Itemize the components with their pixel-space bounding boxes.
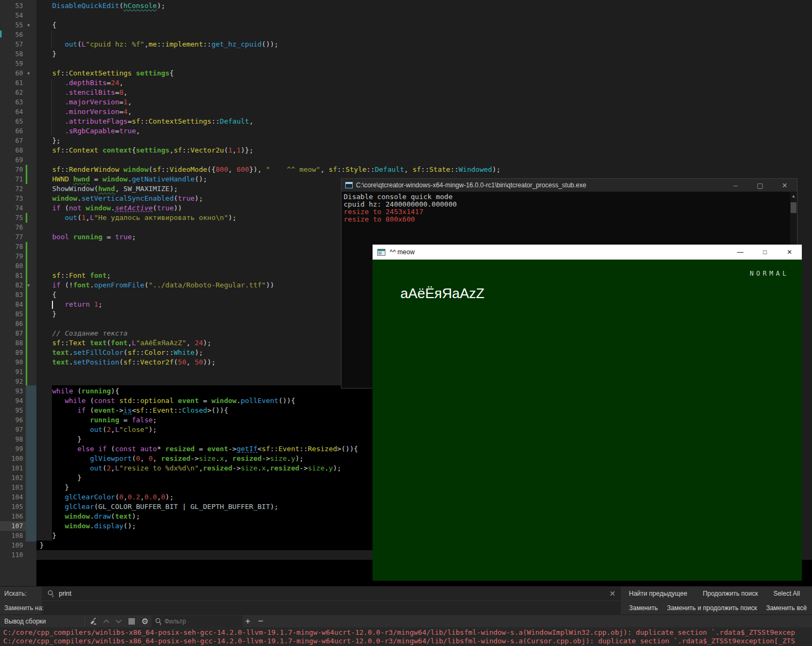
close-icon[interactable]: ✕ — [606, 588, 618, 599]
zoom-in-icon[interactable]: + — [242, 615, 254, 628]
code-line[interactable]: DisableQuickEdit(hConsole); — [36, 1, 812, 11]
minimize-button[interactable]: – — [723, 179, 748, 192]
code-line[interactable]: .minorVersion=4, — [36, 107, 812, 117]
close-button[interactable]: ✕ — [777, 245, 802, 260]
find-action-button[interactable]: Select All — [773, 590, 800, 597]
close-button[interactable]: ✕ — [772, 179, 797, 192]
replace-label: Заменить на: — [4, 601, 44, 615]
code-line[interactable]: sf::Context context{settings,sf::Vector2… — [36, 146, 812, 155]
search-icon — [47, 590, 55, 600]
find-action-button[interactable]: Заменить и продолжить поиск — [667, 604, 757, 612]
build-error-line[interactable]: C:/core/cpp_compilers/winlibs-x86_64-pos… — [3, 637, 812, 645]
meow-title-bar[interactable]: ^^ meow — □ ✕ — [373, 245, 802, 260]
terminal-window-icon — [345, 182, 353, 188]
prev-item-icon[interactable] — [101, 615, 111, 628]
console-line: Disable console quick mode — [344, 193, 788, 201]
code-line[interactable]: } — [36, 49, 812, 59]
scroll-mark — [0, 31, 2, 37]
text-caret — [52, 301, 53, 309]
console-line: cpuid hz: 2400000000.000000 — [344, 201, 788, 208]
find-action-button[interactable]: Заменить — [629, 604, 658, 612]
meow-window-title: ^^ meow — [390, 248, 728, 256]
console-window-title: C:\core\qtcreator-windows-x64-mingw-16.0… — [356, 181, 723, 189]
code-line[interactable]: out(L"cpuid hz: %f",me::implement::get_h… — [36, 40, 812, 49]
code-line[interactable] — [36, 59, 812, 69]
next-item-icon[interactable] — [113, 615, 124, 628]
console-title-bar[interactable]: C:\core\qtcreator-windows-x64-mingw-16.0… — [342, 179, 797, 192]
console-line: resize to 800x600 — [344, 216, 788, 223]
build-output-title: Вывод сборки — [4, 615, 46, 628]
settings-gear-icon[interactable]: ⚙ — [139, 615, 151, 628]
filter-search-icon — [155, 618, 163, 628]
search-label: Искать: — [4, 587, 27, 601]
find-action-button[interactable]: Найти предыдущее — [629, 590, 687, 597]
find-action-button[interactable]: Продолжить поиск — [703, 590, 758, 597]
console-line: resize to 2453x1417 — [344, 208, 788, 216]
build-error-line[interactable]: C:/core/cpp_compilers/winlibs-x86_64-pos… — [3, 628, 812, 637]
normal-mode-label: NORMAL — [750, 270, 789, 277]
find-replace-bar: Искать: print Заменить на: ✕ Найти преды… — [0, 586, 812, 614]
qtcreator-screen: 535455▾5657585960▾6162636465666768697071… — [0, 0, 812, 646]
meow-window: ^^ meow — □ ✕ NORMAL aAёЁяЯaAzZ — [373, 245, 802, 581]
replace-buttons-row: ЗаменитьЗаменить и продолжить поискЗамен… — [621, 601, 812, 615]
find-action-button[interactable]: Заменить всё — [766, 604, 807, 612]
search-input[interactable]: print — [59, 587, 71, 601]
code-line[interactable] — [36, 155, 812, 165]
code-line[interactable]: sf::ContextSettings settings{ — [36, 69, 812, 78]
maximize-button[interactable]: ▢ — [748, 179, 772, 192]
filter-input[interactable]: Фильтр — [151, 615, 242, 627]
app-window-icon — [377, 249, 385, 256]
meow-canvas: NORMAL aAёЁяЯaAzZ — [373, 260, 802, 581]
code-line[interactable]: .stencilBits=8, — [36, 88, 812, 97]
scroll-up-icon[interactable]: ▲ — [790, 194, 797, 199]
code-line[interactable]: sf::RenderWindow window(sf::VideoMode({8… — [36, 165, 812, 174]
code-line[interactable]: .attributeFlags=sf::ContextSettings::Def… — [36, 117, 812, 126]
code-line[interactable]: }; — [36, 136, 812, 146]
code-line[interactable]: .sRgbCapable=true, — [36, 126, 812, 136]
build-output-header: Вывод сборки ⚙ Фильтр + − — [0, 614, 812, 627]
clear-output-icon[interactable] — [87, 615, 98, 628]
code-line[interactable] — [36, 30, 812, 40]
minimize-button[interactable]: — — [728, 245, 753, 260]
zoom-out-icon[interactable]: − — [255, 615, 267, 628]
code-line[interactable]: { — [36, 20, 812, 30]
stop-icon[interactable] — [126, 615, 137, 628]
code-line[interactable] — [36, 11, 812, 20]
scrollbar-thumb[interactable] — [791, 202, 796, 213]
filter-placeholder: Фильтр — [164, 618, 186, 625]
maximize-button[interactable]: □ — [753, 245, 777, 260]
code-line[interactable]: .depthBits=24, — [36, 78, 812, 88]
build-output-pane: C:/core/cpp_compilers/winlibs-x86_64-pos… — [0, 627, 812, 646]
find-buttons-row: Найти предыдущееПродолжить поискSelect A… — [621, 587, 812, 601]
rendered-sample-text: aAёЁяЯaAzZ — [400, 285, 484, 302]
code-line[interactable]: .majorVersion=1, — [36, 97, 812, 107]
